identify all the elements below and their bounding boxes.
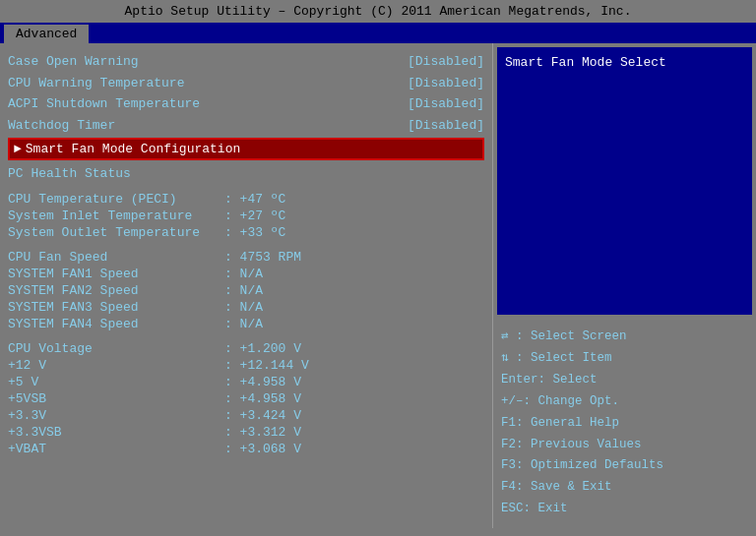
cpu-volt-row: CPU Voltage : +1.200 V [8,340,484,357]
fan4-row: SYSTEM FAN4 Speed : N/A [8,316,484,332]
app-header: Aptio Setup Utility – Copyright (C) 2011… [0,0,756,23]
33vsb-row: +3.3VSB : +3.312 V [8,424,484,441]
help-f3-key: F3: [501,458,531,472]
5vsb-row: +5VSB : +4.958 V [8,390,484,407]
smart-fan-label: Smart Fan Mode Configuration [26,142,240,156]
help-f3: F3: Optimized Defaults [501,455,748,477]
help-select-screen-key: ⇄ : [501,329,531,343]
vbat-row: +VBAT : +3.068 V [8,441,484,457]
menu-item-watchdog[interactable]: Watchdog Timer [Disabled] [8,115,484,137]
help-f4: F4: Save & Exit [501,477,748,499]
outlet-temp-label: System Outlet Temperature [8,225,224,240]
help-f3-desc: Optimized Defaults [531,458,663,472]
help-select-item: ⇅ : Select Item [501,348,748,370]
right-panel: Smart Fan Mode Select ⇄ : Select Screen … [492,43,756,528]
cpu-temp-label: CPU Temperature (PECI) [8,192,224,207]
help-enter-desc: Select [553,373,598,387]
help-esc-desc: Exit [538,502,568,515]
help-f4-key: F4: [501,480,531,494]
tab-advanced[interactable]: Advanced [4,25,89,43]
help-select-screen: ⇄ : Select Screen [501,327,748,348]
right-help-section: ⇄ : Select Screen ⇅ : Select Item Enter:… [493,319,756,528]
help-f1-key: F1: [501,416,531,430]
help-f1: F1: General Help [501,413,748,435]
33vsb-value: : +3.312 V [224,425,301,440]
help-change: +/–: Change Opt. [501,391,748,413]
12v-label: +12 V [8,358,224,373]
fan2-value: : N/A [224,283,263,298]
vbat-label: +VBAT [8,442,224,456]
5v-value: : +4.958 V [224,375,301,389]
menu-item-case-open-label: Case Open Warning [8,52,139,72]
12v-row: +12 V : +12.144 V [8,357,484,374]
fan4-value: : N/A [224,317,263,331]
vbat-value: : +3.068 V [224,442,301,456]
menu-item-watchdog-value: [Disabled] [408,116,484,136]
pc-health-header: PC Health Status [8,166,484,181]
right-top-title: Smart Fan Mode Select [505,55,666,70]
menu-item-cpu-warn-label: CPU Warning Temperature [8,74,184,93]
help-f2: F2: Previous Values [501,435,748,456]
right-info-box: Smart Fan Mode Select [497,47,752,315]
main-content: Case Open Warning [Disabled] CPU Warning… [0,43,756,528]
menu-items-list: Case Open Warning [Disabled] CPU Warning… [8,51,484,136]
33v-label: +3.3V [8,408,224,423]
header-title: Aptio Setup Utility – Copyright (C) 2011… [125,4,632,19]
help-esc: ESC: Exit [501,499,748,520]
fan1-row: SYSTEM FAN1 Speed : N/A [8,266,484,282]
left-panel: Case Open Warning [Disabled] CPU Warning… [0,43,492,528]
fan1-label: SYSTEM FAN1 Speed [8,267,224,281]
menu-item-watchdog-label: Watchdog Timer [8,116,115,136]
menu-item-acpi-value: [Disabled] [408,94,484,114]
highlight-arrow: ► [14,142,22,156]
help-change-desc: Change Opt. [538,394,620,408]
help-enter: Enter: Select [501,370,748,391]
voltage-rows: CPU Voltage : +1.200 V +12 V : +12.144 V… [8,340,484,457]
menu-item-acpi[interactable]: ACPI Shutdown Temperature [Disabled] [8,93,484,115]
tab-bar: Advanced [0,23,756,43]
help-select-item-desc: Select Item [531,351,612,365]
help-f1-desc: General Help [531,416,619,430]
cpu-volt-label: CPU Voltage [8,341,224,356]
menu-item-case-open-value: [Disabled] [408,52,484,72]
inlet-temp-row: System Inlet Temperature : +27 ºC [8,208,484,224]
cpu-temp-row: CPU Temperature (PECI) : +47 ºC [8,191,484,208]
outlet-temp-value: : +33 ºC [224,225,285,240]
fan2-label: SYSTEM FAN2 Speed [8,283,224,298]
temp-rows: CPU Temperature (PECI) : +47 ºC System I… [8,191,484,241]
12v-value: : +12.144 V [224,358,309,373]
cpu-temp-value: : +47 ºC [224,192,285,207]
fan3-value: : N/A [224,300,263,315]
cpu-fan-value: : 4753 RPM [224,250,301,265]
help-f4-desc: Save & Exit [531,480,612,494]
cpu-fan-label: CPU Fan Speed [8,250,224,265]
fan-rows: CPU Fan Speed : 4753 RPM SYSTEM FAN1 Spe… [8,249,484,332]
help-enter-key: Enter: [501,373,553,387]
menu-item-cpu-warn-value: [Disabled] [408,74,484,93]
outlet-temp-row: System Outlet Temperature : +33 ºC [8,224,484,241]
fan4-label: SYSTEM FAN4 Speed [8,317,224,331]
fan1-value: : N/A [224,267,263,281]
cpu-fan-row: CPU Fan Speed : 4753 RPM [8,249,484,266]
5v-row: +5 V : +4.958 V [8,374,484,390]
menu-item-acpi-label: ACPI Shutdown Temperature [8,94,200,114]
help-change-key: +/–: [501,394,538,408]
help-f2-key: F2: [501,438,531,451]
smart-fan-highlighted[interactable]: ► Smart Fan Mode Configuration [8,138,484,160]
help-f2-desc: Previous Values [531,438,642,451]
33v-row: +3.3V : +3.424 V [8,407,484,424]
5vsb-value: : +4.958 V [224,391,301,406]
menu-item-case-open[interactable]: Case Open Warning [Disabled] [8,51,484,73]
fan3-label: SYSTEM FAN3 Speed [8,300,224,315]
33vsb-label: +3.3VSB [8,425,224,440]
inlet-temp-label: System Inlet Temperature [8,208,224,223]
33v-value: : +3.424 V [224,408,301,423]
fan2-row: SYSTEM FAN2 Speed : N/A [8,282,484,299]
fan3-row: SYSTEM FAN3 Speed : N/A [8,299,484,316]
help-esc-key: ESC: [501,502,538,515]
inlet-temp-value: : +27 ºC [224,208,285,223]
help-select-item-key: ⇅ : [501,351,531,365]
cpu-volt-value: : +1.200 V [224,341,301,356]
help-select-screen-desc: Select Screen [531,329,627,343]
menu-item-cpu-warn[interactable]: CPU Warning Temperature [Disabled] [8,73,484,94]
